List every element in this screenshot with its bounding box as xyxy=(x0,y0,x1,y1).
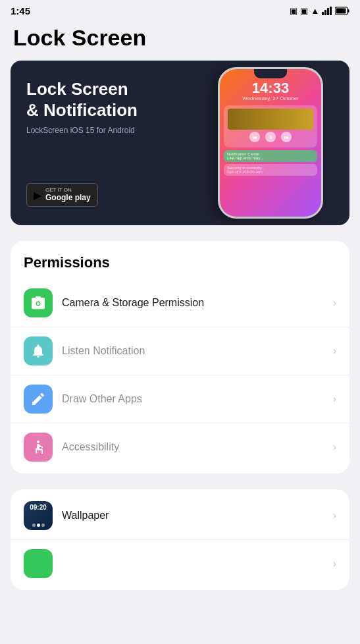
wallpaper-dot-2 xyxy=(37,523,40,527)
status-icons: ▣ ▣ ▲ xyxy=(290,6,349,16)
listen-notification-icon xyxy=(24,336,53,365)
wallpaper-chevron: › xyxy=(333,510,336,522)
google-play-button[interactable]: ▶ GET IT ON Google play xyxy=(26,183,98,207)
banner-content: Lock Screen& Notification LockScreen iOS… xyxy=(11,61,349,225)
wallpaper-label: Wallpaper xyxy=(62,510,333,522)
draw-other-apps-icon xyxy=(24,385,53,414)
draw-other-apps-chevron: › xyxy=(333,393,336,405)
second-bottom-item[interactable]: › xyxy=(11,540,349,587)
listen-notification-chevron: › xyxy=(333,345,336,357)
svg-rect-2 xyxy=(327,8,329,15)
banner: Lock Screen& Notification LockScreen iOS… xyxy=(11,61,349,225)
svg-rect-6 xyxy=(336,9,346,14)
permissions-title: Permissions xyxy=(11,254,349,279)
svg-point-9 xyxy=(37,302,39,305)
accessibility-chevron: › xyxy=(333,441,336,453)
accessibility-label: Accessibility xyxy=(62,441,333,453)
sim1-icon: ▣ xyxy=(290,6,297,16)
svg-point-10 xyxy=(37,441,39,443)
battery-icon xyxy=(335,7,349,15)
permission-camera-storage[interactable]: Camera & Storage Permission › xyxy=(11,279,349,327)
accessibility-icon xyxy=(24,433,53,462)
second-item-chevron: › xyxy=(333,558,336,570)
permission-listen-notification[interactable]: Listen Notification › xyxy=(11,327,349,375)
banner-title: Lock Screen& Notification xyxy=(26,79,334,120)
google-play-label: Google play xyxy=(45,193,91,202)
listen-notification-label: Listen Notification xyxy=(62,345,333,357)
wallpaper-dot-1 xyxy=(32,523,36,527)
draw-other-apps-label: Draw Other Apps xyxy=(62,393,333,405)
wallpaper-dots xyxy=(32,523,45,527)
get-it-on-label: GET IT ON xyxy=(45,188,91,193)
permissions-card: Permissions Camera & Storage Permission … xyxy=(11,241,349,473)
wifi-icon: ▲ xyxy=(311,6,319,16)
wallpaper-dot-3 xyxy=(41,523,45,527)
google-play-icon: ▶ xyxy=(34,189,41,201)
sim2-icon: ▣ xyxy=(300,6,308,16)
camera-storage-icon xyxy=(24,288,53,317)
second-item-icon xyxy=(24,549,53,578)
svg-rect-0 xyxy=(322,12,324,15)
wallpaper-icon: 09:20 xyxy=(24,501,53,530)
bottom-section: 09:20 Wallpaper › › xyxy=(11,489,349,590)
camera-storage-chevron: › xyxy=(333,297,336,309)
svg-rect-3 xyxy=(330,7,332,15)
status-bar: 1:45 ▣ ▣ ▲ xyxy=(0,0,360,19)
svg-rect-1 xyxy=(324,10,326,15)
page-header: Lock Screen xyxy=(0,19,360,61)
signal-icon xyxy=(322,7,332,15)
banner-subtitle: LockScreen iOS 15 for Android xyxy=(26,126,334,135)
page-title: Lock Screen xyxy=(13,26,347,50)
camera-storage-label: Camera & Storage Permission xyxy=(62,297,333,309)
svg-rect-5 xyxy=(348,9,349,13)
status-time: 1:45 xyxy=(11,5,30,16)
wallpaper-item[interactable]: 09:20 Wallpaper › xyxy=(11,492,349,540)
permission-draw-other-apps[interactable]: Draw Other Apps › xyxy=(11,375,349,423)
permission-accessibility[interactable]: Accessibility › xyxy=(11,423,349,471)
google-play-text: GET IT ON Google play xyxy=(45,188,91,202)
wallpaper-time: 09:20 xyxy=(24,504,53,511)
